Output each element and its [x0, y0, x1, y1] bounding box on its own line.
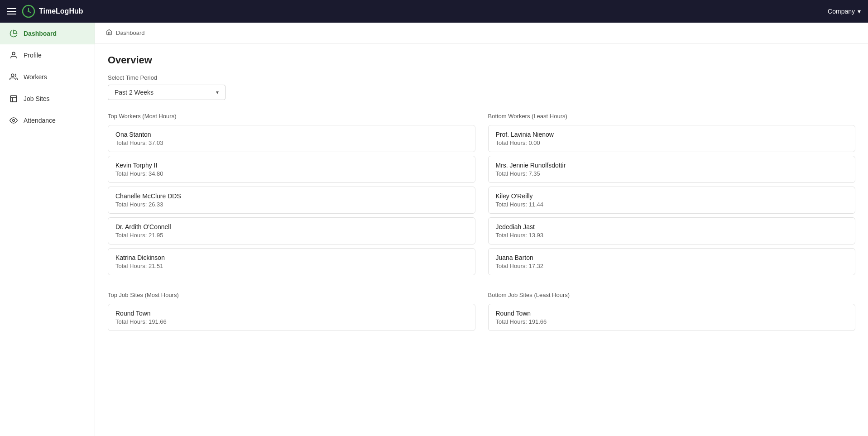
sidebar-item-profile[interactable]: Profile [0, 44, 95, 66]
top-workers-list: Ona StantonTotal Hours: 37.03Kevin Torph… [108, 125, 475, 275]
svg-point-1 [28, 10, 29, 12]
list-item[interactable]: Round TownTotal Hours: 191.66 [488, 304, 856, 331]
sidebar-profile-label: Profile [24, 52, 42, 59]
sidebar-job-sites-label: Job Sites [24, 95, 50, 102]
bottom-workers-list: Prof. Lavinia NienowTotal Hours: 0.00Mrs… [488, 125, 856, 275]
bottom-workers-section: Bottom Workers (Least Hours) Prof. Lavin… [488, 113, 856, 279]
list-item[interactable]: Round TownTotal Hours: 191.66 [108, 304, 475, 331]
worker-name: Prof. Lavinia Nienow [496, 131, 848, 138]
list-item[interactable]: Chanelle McClure DDSTotal Hours: 26.33 [108, 187, 475, 214]
worker-hours: Total Hours: 21.51 [115, 263, 468, 269]
content-area: Overview Select Time Period Past 2 Weeks… [95, 43, 868, 358]
worker-name: Round Town [115, 310, 468, 317]
company-button[interactable]: Company ▾ [828, 8, 861, 15]
worker-hours: Total Hours: 191.66 [115, 318, 468, 325]
top-workers-section: Top Workers (Most Hours) Ona StantonTota… [108, 113, 475, 279]
bottom-job-sites-section: Bottom Job Sites (Least Hours) Round Tow… [488, 292, 856, 335]
time-period-select[interactable]: Past 2 Weeks ▾ [108, 85, 225, 100]
sidebar-item-dashboard[interactable]: Dashboard [0, 23, 95, 44]
sidebar: Dashboard Profile Workers [0, 23, 95, 436]
sidebar-item-attendance[interactable]: Attendance [0, 110, 95, 131]
top-nav: TimeLogHub Company ▾ [0, 0, 868, 23]
list-item[interactable]: Ona StantonTotal Hours: 37.03 [108, 125, 475, 152]
worker-hours: Total Hours: 21.95 [115, 232, 468, 239]
company-label: Company [828, 8, 855, 15]
worker-name: Mrs. Jennie Runolfsdottir [496, 162, 848, 169]
user-icon [9, 51, 18, 60]
worker-hours: Total Hours: 17.32 [496, 263, 848, 269]
top-job-sites-section: Top Job Sites (Most Hours) Round TownTot… [108, 292, 475, 335]
worker-name: Dr. Ardith O'Connell [115, 223, 468, 230]
building-icon [9, 94, 18, 103]
worker-hours: Total Hours: 191.66 [496, 318, 848, 325]
worker-name: Ona Stanton [115, 131, 468, 138]
bottom-workers-title: Bottom Workers (Least Hours) [488, 113, 856, 120]
worker-name: Jedediah Jast [496, 223, 848, 230]
list-item[interactable]: Kiley O'ReillyTotal Hours: 11.44 [488, 187, 856, 214]
workers-sections-row: Top Workers (Most Hours) Ona StantonTota… [108, 113, 855, 279]
time-period-value: Past 2 Weeks [115, 89, 153, 96]
job-sites-sections-row: Top Job Sites (Most Hours) Round TownTot… [108, 292, 855, 335]
list-item[interactable]: Kevin Torphy IITotal Hours: 34.80 [108, 156, 475, 183]
worker-hours: Total Hours: 11.44 [496, 201, 848, 208]
worker-name: Chanelle McClure DDS [115, 192, 468, 200]
hamburger-menu-icon[interactable] [7, 8, 16, 14]
main-layout: Dashboard Profile Workers [0, 23, 868, 436]
select-chevron-icon: ▾ [216, 89, 219, 96]
svg-point-2 [12, 52, 15, 55]
bottom-job-sites-list: Round TownTotal Hours: 191.66 [488, 304, 856, 331]
worker-name: Round Town [496, 310, 848, 317]
worker-name: Kiley O'Reilly [496, 192, 848, 200]
app-title: TimeLogHub [39, 7, 83, 15]
sidebar-attendance-label: Attendance [24, 117, 56, 124]
top-job-sites-list: Round TownTotal Hours: 191.66 [108, 304, 475, 331]
worker-hours: Total Hours: 7.35 [496, 170, 848, 177]
page-title: Overview [108, 54, 855, 66]
worker-hours: Total Hours: 34.80 [115, 170, 468, 177]
time-period-label: Select Time Period [108, 74, 855, 81]
list-item[interactable]: Prof. Lavinia NienowTotal Hours: 0.00 [488, 125, 856, 152]
list-item[interactable]: Juana BartonTotal Hours: 17.32 [488, 248, 856, 275]
sidebar-item-workers[interactable]: Workers [0, 66, 95, 88]
company-chevron-icon: ▾ [858, 8, 861, 15]
chart-pie-icon [9, 29, 18, 38]
svg-point-3 [11, 74, 14, 77]
main-content: Dashboard Overview Select Time Period Pa… [95, 23, 868, 436]
workers-icon [9, 72, 18, 81]
svg-rect-4 [10, 96, 17, 102]
app-logo-icon [22, 5, 35, 18]
list-item[interactable]: Mrs. Jennie RunolfsdottirTotal Hours: 7.… [488, 156, 856, 183]
topnav-left: TimeLogHub [7, 5, 83, 18]
bottom-job-sites-title: Bottom Job Sites (Least Hours) [488, 292, 856, 298]
breadcrumb: Dashboard [95, 23, 868, 43]
top-workers-title: Top Workers (Most Hours) [108, 113, 475, 120]
eye-icon [9, 116, 18, 125]
worker-hours: Total Hours: 37.03 [115, 139, 468, 146]
worker-hours: Total Hours: 26.33 [115, 201, 468, 208]
sidebar-workers-label: Workers [24, 73, 47, 81]
list-item[interactable]: Jedediah JastTotal Hours: 13.93 [488, 217, 856, 244]
breadcrumb-label: Dashboard [116, 29, 145, 36]
top-job-sites-title: Top Job Sites (Most Hours) [108, 292, 475, 298]
home-icon [106, 29, 112, 37]
sidebar-dashboard-label: Dashboard [24, 30, 57, 37]
svg-point-5 [13, 120, 15, 122]
worker-name: Juana Barton [496, 254, 848, 261]
logo-wrapper: TimeLogHub [22, 5, 83, 18]
list-item[interactable]: Katrina DickinsonTotal Hours: 21.51 [108, 248, 475, 275]
sidebar-item-job-sites[interactable]: Job Sites [0, 88, 95, 110]
worker-hours: Total Hours: 0.00 [496, 139, 848, 146]
worker-hours: Total Hours: 13.93 [496, 232, 848, 239]
worker-name: Katrina Dickinson [115, 254, 468, 261]
list-item[interactable]: Dr. Ardith O'ConnellTotal Hours: 21.95 [108, 217, 475, 244]
worker-name: Kevin Torphy II [115, 162, 468, 169]
